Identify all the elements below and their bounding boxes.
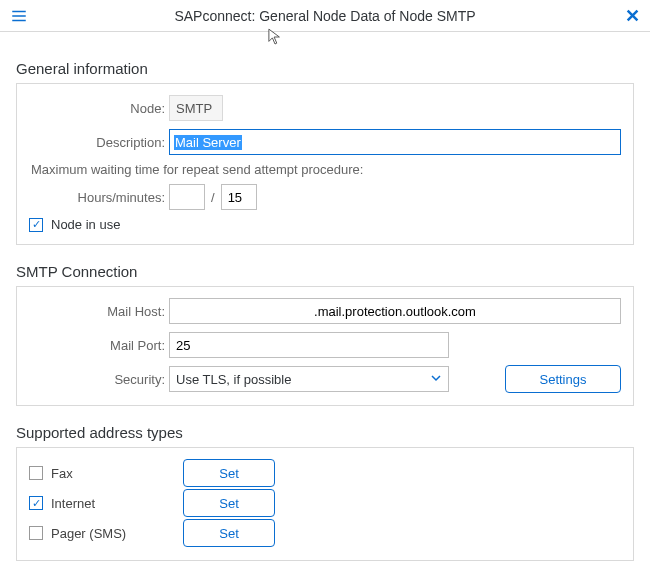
security-value: Use TLS, if possible (176, 372, 291, 387)
description-label: Description: (29, 135, 169, 150)
internet-label: Internet (51, 496, 95, 511)
mailport-label: Mail Port: (29, 338, 169, 353)
node-label: Node: (29, 101, 169, 116)
mailhost-field[interactable] (169, 298, 621, 324)
node-in-use-label: Node in use (51, 217, 120, 232)
hours-minutes-label: Hours/minutes: (29, 190, 169, 205)
security-label: Security: (29, 372, 169, 387)
pager-set-button[interactable]: Set (183, 519, 275, 547)
section-title-addr: Supported address types (16, 424, 634, 441)
pager-checkbox[interactable]: ✓ (29, 526, 43, 540)
chevron-down-icon (430, 372, 442, 387)
waiting-time-text: Maximum waiting time for repeat send att… (31, 162, 621, 177)
description-field[interactable]: Mail Server (169, 129, 621, 155)
slash-separator: / (211, 190, 215, 205)
menu-icon[interactable] (10, 7, 28, 25)
hours-field[interactable] (169, 184, 205, 210)
smtp-box: Mail Host: Mail Port: Security: Use TLS,… (16, 286, 634, 406)
close-icon[interactable]: ✕ (625, 7, 640, 25)
mailport-field[interactable] (169, 332, 449, 358)
settings-button[interactable]: Settings (505, 365, 621, 393)
general-info-box: Node: Description: Mail Server Maximum w… (16, 83, 634, 245)
mailhost-label: Mail Host: (29, 304, 169, 319)
fax-label: Fax (51, 466, 73, 481)
internet-set-button[interactable]: Set (183, 489, 275, 517)
section-title-general: General information (16, 60, 634, 77)
fax-set-button[interactable]: Set (183, 459, 275, 487)
internet-checkbox[interactable]: ✓ (29, 496, 43, 510)
section-title-smtp: SMTP Connection (16, 263, 634, 280)
minutes-field[interactable] (221, 184, 257, 210)
node-in-use-checkbox[interactable]: ✓ (29, 218, 43, 232)
description-selection: Mail Server (174, 135, 242, 150)
fax-checkbox[interactable]: ✓ (29, 466, 43, 480)
pager-label: Pager (SMS) (51, 526, 126, 541)
node-field (169, 95, 223, 121)
security-select[interactable]: Use TLS, if possible (169, 366, 449, 392)
page-title: SAPconnect: General Node Data of Node SM… (0, 8, 650, 24)
addr-box: ✓ Fax Set ✓ Internet Set ✓ Pager (SMS) S… (16, 447, 634, 561)
window-header: SAPconnect: General Node Data of Node SM… (0, 0, 650, 32)
